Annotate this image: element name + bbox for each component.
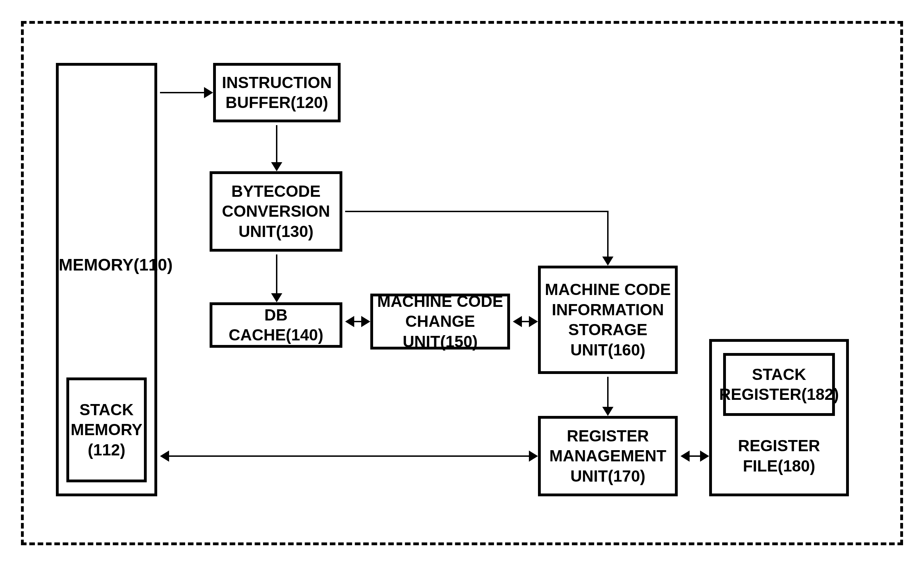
line-mem-rm [169,455,529,457]
machine-code-change-label: MACHINE CODE CHANGE UNIT(150) [376,292,504,352]
machine-code-info-storage-label: MACHINE CODE INFORMATION STORAGE UNIT(16… [545,280,671,360]
db-cache-box: DB CACHE(140) [209,302,342,348]
machine-code-change-box: MACHINE CODE CHANGE UNIT(150) [370,294,510,350]
memory-label: MEMORY(110) [59,254,155,275]
arrow-memory-to-ib [160,92,205,93]
arrowhead-bc-to-dc [271,293,282,302]
arrow-bc-to-dc [276,254,278,295]
line-bc-to-mcis-v [607,211,608,258]
bytecode-conversion-box: BYTECODE CONVERSION UNIT(130) [209,171,342,252]
db-cache-label: DB CACHE(140) [216,305,336,345]
arrowhead-mem-rm-l [160,450,169,462]
stack-memory-box: STACK MEMORY (112) [66,377,147,482]
arrowhead-ib-to-bc [271,162,282,171]
register-management-label: REGISTER MANAGEMENT UNIT(170) [549,426,666,487]
line-bc-to-mcis-h [345,211,608,212]
bytecode-conversion-label: BYTECODE CONVERSION UNIT(130) [222,181,330,242]
register-file-label: REGISTER FILE(180) [712,436,846,476]
arrow-mcis-to-rm [607,377,608,408]
arrowhead-memory-to-ib [204,87,213,98]
machine-code-info-storage-box: MACHINE CODE INFORMATION STORAGE UNIT(16… [538,266,678,374]
arrowhead-mem-rm-r [529,450,538,462]
instruction-buffer-label: INSTRUCTION BUFFER(120) [222,73,332,113]
arrowhead-mcc-mcis-r [529,316,538,327]
arrowhead-rm-rf-r [700,450,709,462]
arrowhead-dc-mcc-l [345,316,354,327]
arrowhead-mcis-to-rm [602,407,613,416]
register-management-box: REGISTER MANAGEMENT UNIT(170) [538,416,678,496]
arrowhead-mcc-mcis-l [513,316,522,327]
stack-register-box: STACK REGISTER(182) [723,353,835,416]
arrowhead-dc-mcc-r [361,316,370,327]
arrowhead-bc-to-mcis [602,257,613,266]
arrow-ib-to-bc [276,125,278,164]
arrowhead-rm-rf-l [681,450,690,462]
stack-memory-label: STACK MEMORY (112) [71,400,142,460]
stack-register-label: STACK REGISTER(182) [719,365,839,405]
instruction-buffer-box: INSTRUCTION BUFFER(120) [213,63,341,122]
